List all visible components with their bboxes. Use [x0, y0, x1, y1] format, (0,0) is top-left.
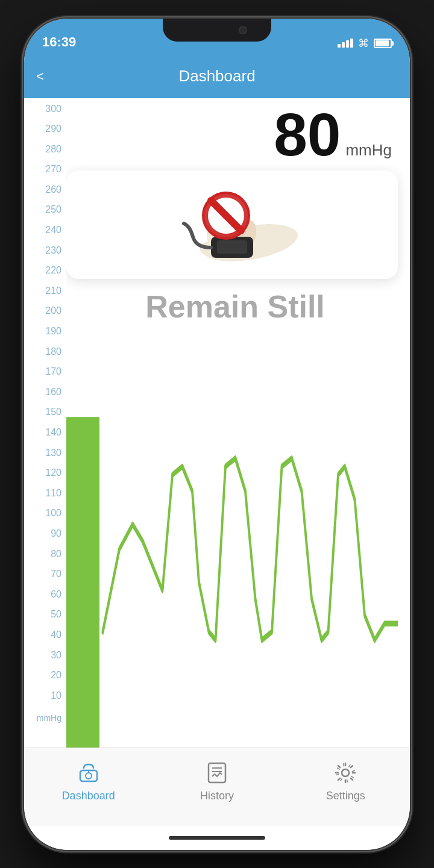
tab-history[interactable]: History — [181, 760, 253, 802]
y-unit: mmHg — [24, 713, 66, 723]
y-label-170: 170 — [24, 367, 66, 376]
y-label-90: 90 — [24, 529, 66, 539]
tab-dashboard-label: Dashboard — [62, 790, 115, 802]
pressure-bar — [66, 417, 99, 748]
y-label-220: 220 — [24, 266, 66, 275]
svg-rect-7 — [217, 240, 247, 254]
svg-rect-15 — [209, 763, 225, 782]
nav-title: Dashboard — [178, 67, 255, 86]
y-label-60: 60 — [24, 590, 66, 599]
tab-dashboard[interactable]: Dashboard — [52, 760, 125, 802]
y-label-150: 150 — [24, 407, 66, 417]
tab-settings-label: Settings — [326, 790, 365, 802]
screen: 16:39 ⌘ < — [24, 19, 410, 850]
svg-point-13 — [86, 773, 92, 779]
home-bar — [169, 836, 265, 840]
reading-unit: mmHg — [345, 141, 392, 160]
y-label-290: 290 — [24, 124, 66, 134]
y-label-120: 120 — [24, 468, 66, 478]
camera — [239, 26, 247, 34]
settings-icon — [332, 760, 359, 786]
instruction-card — [66, 170, 398, 279]
y-label-230: 230 — [24, 246, 66, 255]
waveform-line — [103, 458, 398, 640]
y-label-30: 30 — [24, 651, 66, 660]
reading-value: 80 — [274, 104, 341, 164]
chart-area: 80 mmHg — [66, 98, 410, 748]
y-label-260: 260 — [24, 185, 66, 195]
battery-icon — [374, 39, 392, 48]
history-icon — [204, 760, 230, 786]
tab-bar: Dashboard History — [24, 748, 410, 826]
y-label-50: 50 — [24, 610, 66, 619]
pressure-reading: 80 mmHg — [66, 104, 404, 164]
tab-settings[interactable]: Settings — [309, 760, 382, 802]
instruction-text: Remain Still — [66, 289, 404, 325]
y-label-40: 40 — [24, 630, 66, 640]
y-axis: 300 290 280 270 260 250 240 230 220 210 … — [24, 98, 66, 748]
y-label-180: 180 — [24, 347, 66, 357]
y-label-300: 300 — [24, 104, 66, 114]
y-label-200: 200 — [24, 306, 66, 316]
y-label-80: 80 — [24, 549, 66, 559]
y-label-130: 130 — [24, 448, 66, 458]
status-icons: ⌘ — [338, 37, 392, 50]
phone-frame: 16:39 ⌘ < — [24, 19, 410, 850]
nav-bar: < Dashboard — [24, 55, 410, 98]
home-indicator — [24, 826, 410, 850]
status-time: 16:39 — [42, 34, 76, 50]
y-label-140: 140 — [24, 428, 66, 437]
waveform-chart — [66, 334, 398, 748]
dashboard-icon — [75, 760, 102, 786]
main-content: 300 290 280 270 260 250 240 230 220 210 … — [24, 98, 410, 748]
back-button[interactable]: < — [36, 69, 44, 84]
instruction-svg — [154, 183, 310, 267]
phone-wrapper: 16:39 ⌘ < — [0, 0, 434, 868]
signal-icon — [338, 39, 353, 48]
y-label-190: 190 — [24, 326, 66, 336]
y-label-20: 20 — [24, 670, 66, 680]
y-label-240: 240 — [24, 225, 66, 235]
notch — [163, 19, 271, 42]
waveform-svg — [66, 334, 398, 748]
y-label-110: 110 — [24, 489, 66, 498]
y-label-10: 10 — [24, 691, 66, 701]
y-label-210: 210 — [24, 286, 66, 296]
instruction-illustration — [154, 183, 310, 267]
y-label-100: 100 — [24, 508, 66, 518]
y-label-70: 70 — [24, 569, 66, 579]
y-label-270: 270 — [24, 164, 66, 174]
y-label-250: 250 — [24, 205, 66, 214]
svg-point-18 — [342, 769, 349, 776]
tab-history-label: History — [200, 790, 234, 802]
y-label-160: 160 — [24, 387, 66, 397]
wifi-icon: ⌘ — [358, 37, 369, 50]
y-label-280: 280 — [24, 145, 66, 154]
